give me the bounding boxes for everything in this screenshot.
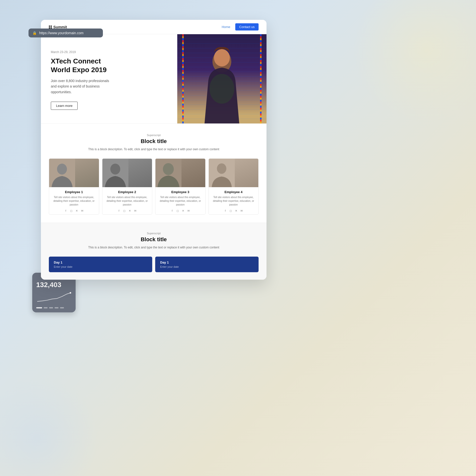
email-icon-1[interactable]: ✉ [80,209,84,212]
employee-socials-3: f ◻ ✕ ✉ [158,209,202,212]
hero-title: XTech Connect World Expo 2019 [51,57,167,74]
employee-info-1: Employee 1 Tell site visitors about this… [49,187,99,214]
led-strip-right [260,34,262,123]
employees-grid: Employee 1 Tell site visitors about this… [49,158,259,215]
hero-title-line2: World Expo 2019 [51,66,107,74]
schedule-card-1[interactable]: Day 1 Enter your date [49,257,152,272]
facebook-icon-3[interactable]: f [170,209,174,212]
email-icon-3[interactable]: ✉ [187,209,190,212]
employee-card-2: Employee 2 Tell site visitors about this… [102,158,152,215]
analytics-dot-4 [60,307,64,308]
browser-container: Summit Home Contact us March 23-29, 2019… [41,20,267,280]
hero-image [177,34,267,123]
email-icon-4[interactable]: ✉ [240,209,243,212]
employee-socials-2: f ◻ ✕ ✉ [105,209,149,212]
schedule-card-1-subtitle: Enter your date [54,265,147,268]
instagram-icon-4[interactable]: ◻ [229,209,233,212]
employee-photo-2 [102,159,152,187]
block-section-team: Superscript Block title This is a block … [41,123,267,223]
employee-info-3: Employee 3 Tell site visitors about this… [155,187,205,214]
analytics-dots [36,307,72,308]
svg-point-7 [110,164,120,175]
block-title-2: Block title [49,236,259,243]
analytics-number: 132,403 [36,281,72,288]
employee-photo-1 [49,159,99,187]
svg-point-2 [214,49,230,66]
address-bar[interactable]: 🔒 https://www.yourdomain.com [29,29,103,37]
facebook-icon-2[interactable]: f [117,209,121,212]
schedule-grid: Day 1 Enter your date Day 1 Enter your d… [49,257,259,272]
analytics-dot-active [36,307,42,308]
svg-point-3 [209,74,234,104]
employee-photo-3 [155,159,205,187]
analytics-chart [36,292,72,304]
analytics-dot-2 [49,307,53,308]
analytics-dot-3 [55,307,59,308]
employee-info-4: Employee 4 Tell site visitors about this… [209,187,259,214]
employee-card-4: Employee 4 Tell site visitors about this… [208,158,259,215]
employee-socials-4: f ◻ ✕ ✉ [212,209,256,212]
block-superscript-2: Superscript [49,232,259,235]
employee-photo-4 [209,159,259,187]
home-nav-link[interactable]: Home [222,25,230,29]
speaker-silhouette [195,44,249,123]
schedule-card-2[interactable]: Day 1 Enter your date [155,257,259,272]
employee-bio-3: Tell site visitors about this employee, … [158,195,202,207]
schedule-card-2-subtitle: Enter your date [160,265,254,268]
hero-description: Join over 8,800 industry professionals a… [51,78,110,95]
instagram-icon-1[interactable]: ◻ [69,209,73,212]
decorative-blob-top [352,0,476,124]
instagram-icon-3[interactable]: ◻ [176,209,179,212]
analytics-dot-1 [44,307,48,308]
twitter-icon-3[interactable]: ✕ [181,209,185,212]
logo-grid-icon [49,26,52,29]
url-text: https://www.yourdomain.com [39,31,84,35]
svg-point-0 [70,292,71,294]
svg-point-9 [163,163,174,175]
employee-name-1: Employee 1 [52,190,96,194]
employee-bio-4: Tell site visitors about this employee, … [212,195,256,207]
site-nav-links: Home Contact us [222,23,259,30]
employee-name-2: Employee 2 [105,190,149,194]
block-desc-2: This is a block description. To edit, cl… [49,245,259,250]
block-superscript-1: Superscript [49,134,259,137]
block-desc-1: This is a block description. To edit, cl… [49,147,259,151]
hero-section: March 23-29, 2019 XTech Connect World Ex… [41,34,267,123]
block-section-schedule: Superscript Block title This is a block … [41,223,267,280]
twitter-icon-4[interactable]: ✕ [235,209,238,212]
employee-card-3: Employee 3 Tell site visitors about this… [155,158,206,215]
hero-speaker-image [177,34,267,123]
block-title-1: Block title [49,138,259,145]
contact-us-button[interactable]: Contact us [235,23,259,30]
hero-date: March 23-29, 2019 [51,50,167,54]
lock-icon: 🔒 [32,31,37,35]
svg-point-11 [217,163,226,174]
employee-info-2: Employee 2 Tell site visitors about this… [102,187,152,214]
hero-content: March 23-29, 2019 XTech Connect World Ex… [41,34,177,123]
led-strip-left [182,34,184,123]
employee-name-4: Employee 4 [212,190,256,194]
learn-more-button[interactable]: Learn more [51,102,78,110]
employee-socials-1: f ◻ ✕ ✉ [52,209,96,212]
email-icon-2[interactable]: ✉ [134,209,137,212]
schedule-card-2-title: Day 1 [160,261,254,264]
employee-bio-1: Tell site visitors about this employee, … [52,195,96,207]
employee-name-3: Employee 3 [158,190,202,194]
twitter-icon-2[interactable]: ✕ [128,209,132,212]
svg-point-5 [57,164,67,175]
facebook-icon-1[interactable]: f [64,209,67,212]
facebook-icon-4[interactable]: f [224,209,227,212]
employee-bio-2: Tell site visitors about this employee, … [105,195,149,207]
hero-title-line1: XTech Connect [51,57,101,65]
schedule-card-1-title: Day 1 [54,261,147,264]
employee-card-1: Employee 1 Tell site visitors about this… [49,158,99,215]
instagram-icon-2[interactable]: ◻ [123,209,126,212]
decorative-blob-bottom [0,377,99,476]
twitter-icon-1[interactable]: ✕ [75,209,78,212]
